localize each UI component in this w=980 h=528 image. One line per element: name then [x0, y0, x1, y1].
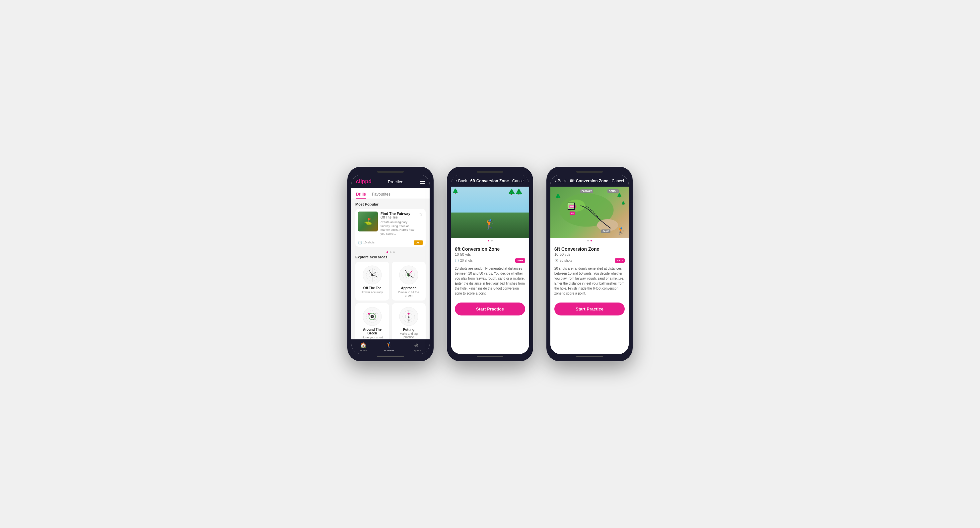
- capture-icon: ⊕: [414, 342, 418, 348]
- phone-3: ‹ Back 6ft Conversion Zone Cancel: [546, 167, 633, 361]
- nav-activities-label: Activities: [384, 349, 395, 352]
- svg-text:🌲: 🌲: [555, 193, 561, 199]
- pagination-dots: [355, 249, 426, 255]
- app-logo: clippd: [356, 179, 372, 185]
- drill-thumbnail: [358, 212, 378, 231]
- putting-icon: [399, 306, 419, 326]
- phone-1: clippd Practice Drills Favourites Most P…: [347, 167, 434, 361]
- img-dot-3-1[interactable]: [587, 240, 589, 241]
- featured-drill-card[interactable]: Find The Fairway Off The Tee Create an i…: [355, 209, 426, 247]
- phone1-header: clippd Practice: [351, 175, 430, 188]
- back-button-3[interactable]: ‹ Back: [555, 179, 566, 183]
- target-circle: [568, 203, 575, 210]
- detail-meta-3: 🕐 20 shots ARG: [554, 258, 625, 263]
- nav-home-label: Home: [360, 349, 367, 352]
- detail-range-3: 10-50 yds: [554, 252, 625, 256]
- tree-left: 🌲: [452, 188, 458, 194]
- svg-point-8: [371, 274, 373, 276]
- dot-2[interactable]: [390, 251, 391, 253]
- drill-category: Off The Tee: [380, 215, 416, 219]
- skill-name-ott: Off The Tee: [363, 286, 381, 290]
- phone3-header: ‹ Back 6ft Conversion Zone Cancel: [550, 175, 629, 187]
- svg-point-16: [408, 274, 410, 276]
- home-bar-2: [477, 356, 503, 357]
- detail-meta-2: 🕐 20 shots ARG: [455, 258, 525, 263]
- img-dot-2[interactable]: [491, 240, 493, 241]
- skill-card-atg[interactable]: Around The Green Hone your short game: [355, 303, 389, 340]
- home-bar: [377, 356, 404, 357]
- img-dot-3-2[interactable]: [590, 240, 592, 241]
- dot-3[interactable]: [393, 251, 395, 253]
- detail-shots-3: 🕐 20 shots: [554, 259, 572, 262]
- drill-map: 🌲 🌲 🌲 FAIRWAY ROUGH Miss Hit SAND 🏌️: [550, 187, 629, 238]
- activities-icon: 🏌️: [386, 342, 393, 348]
- detail-tag-2: ARG: [515, 258, 525, 263]
- back-button[interactable]: ‹ Back: [455, 179, 467, 183]
- map-golfer: 🏌️: [617, 227, 625, 235]
- skill-grid: Off The Tee Power accuracy: [355, 262, 426, 340]
- clock-icon: 🕐: [358, 241, 362, 244]
- phone-2: ‹ Back 6ft Conversion Zone Cancel 🌲🌲 🌲 🏌…: [447, 167, 533, 361]
- drill-photo: 🌲🌲 🌲 🏌️: [451, 187, 529, 238]
- phone2-header: ‹ Back 6ft Conversion Zone Cancel: [451, 175, 529, 187]
- detail-shots-2: 🕐 20 shots: [455, 259, 473, 262]
- svg-point-32: [408, 316, 410, 318]
- start-practice-button-2[interactable]: Start Practice: [455, 303, 525, 316]
- skill-card-off-the-tee[interactable]: Off The Tee Power accuracy: [355, 262, 389, 300]
- nav-capture[interactable]: ⊕ Capture: [412, 342, 421, 352]
- main-content: Most Popular Find The Fairway Off The Te…: [351, 199, 430, 340]
- nav-activities[interactable]: 🏌️ Activities: [384, 342, 395, 352]
- svg-point-33: [408, 319, 410, 321]
- back-label-3: Back: [558, 179, 566, 183]
- nav-home[interactable]: 🏠 Home: [360, 342, 367, 352]
- skill-card-putting[interactable]: Putting Make and lag practice: [392, 303, 426, 340]
- skill-desc-ott: Power accuracy: [362, 290, 383, 294]
- most-popular-label: Most Popular: [355, 202, 426, 206]
- detail-desc-3: 20 shots are randomly generated at dista…: [554, 266, 625, 296]
- drill-shots: 🕐 10 shots: [358, 241, 375, 244]
- phone3-content: 🌲 🌲 🌲 FAIRWAY ROUGH Miss Hit SAND 🏌️: [550, 187, 629, 354]
- atg-icon: [362, 306, 382, 326]
- drill-thumb-image: [358, 212, 378, 231]
- phone-3-screen: ‹ Back 6ft Conversion Zone Cancel: [550, 175, 629, 354]
- skill-desc-putting: Make and lag practice: [395, 332, 423, 339]
- img-dot-1[interactable]: [488, 240, 489, 241]
- drill-name: Find The Fairway: [380, 212, 416, 215]
- phone-notch-2: [477, 171, 503, 173]
- detail-tag-3: ARG: [615, 258, 625, 263]
- phone-2-screen: ‹ Back 6ft Conversion Zone Cancel 🌲🌲 🌲 🏌…: [451, 175, 529, 354]
- favourite-icon[interactable]: ☆: [419, 212, 423, 217]
- image-dots-2: [451, 238, 529, 243]
- home-bar-3: [576, 356, 603, 357]
- detail-drill-name-3: 6ft Conversion Zone: [554, 246, 625, 252]
- skill-card-approach[interactable]: Approach Dial-in to hit the green: [392, 262, 426, 300]
- phone-1-screen: clippd Practice Drills Favourites Most P…: [351, 175, 430, 354]
- skill-name-approach: Approach: [401, 286, 417, 290]
- detail-body-3: 6ft Conversion Zone 10-50 yds 🕐 20 shots…: [550, 243, 629, 299]
- tab-favourites[interactable]: Favourites: [372, 191, 390, 199]
- approach-icon: [399, 265, 419, 285]
- home-icon: 🏠: [360, 342, 367, 348]
- menu-icon[interactable]: [420, 180, 425, 183]
- hit-label: Hit: [570, 212, 575, 215]
- svg-text:🌲: 🌲: [617, 193, 622, 198]
- drill-footer: 🕐 10 shots OTT: [355, 239, 426, 247]
- skill-name-atg: Around The Green: [358, 328, 387, 335]
- clock-icon-2: 🕐: [455, 259, 459, 262]
- cancel-button[interactable]: Cancel: [512, 179, 525, 183]
- detail-body-2: 6ft Conversion Zone 10-50 yds 🕐 20 shots…: [451, 243, 529, 299]
- skill-desc-atg: Hone your short game: [358, 336, 387, 340]
- phone2-content: 🌲🌲 🌲 🏌️ 6ft Conversion Zone 10-50 yds 🕐 …: [451, 187, 529, 354]
- dot-1[interactable]: [387, 251, 388, 253]
- cancel-button-3[interactable]: Cancel: [612, 179, 624, 183]
- nav-capture-label: Capture: [412, 349, 421, 352]
- drill-card-inner: Find The Fairway Off The Tee Create an i…: [355, 209, 426, 239]
- detail-desc-2: 20 shots are randomly generated at dista…: [455, 266, 525, 296]
- phone-notch: [377, 171, 404, 173]
- tree-right: 🌲🌲: [508, 188, 522, 196]
- back-label: Back: [458, 179, 467, 183]
- detail-drill-name-2: 6ft Conversion Zone: [455, 246, 525, 252]
- drill-desc: Create an imaginary fairway using trees …: [380, 220, 416, 236]
- tab-drills[interactable]: Drills: [356, 191, 366, 199]
- start-practice-button-3[interactable]: Start Practice: [554, 303, 625, 316]
